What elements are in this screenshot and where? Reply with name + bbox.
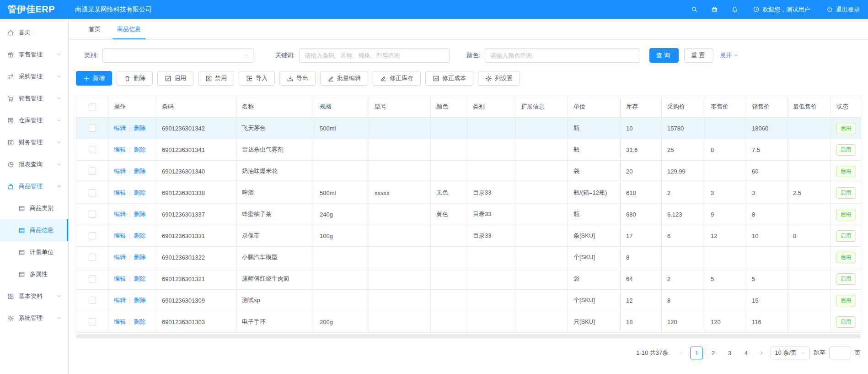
delete-link[interactable]: 删除 xyxy=(134,232,145,239)
cell-name: 奶油味爆米花 xyxy=(236,161,314,182)
sidebar-item-purchase[interactable]: 采购管理 xyxy=(0,65,68,87)
tab-goods-info[interactable]: 商品信息 xyxy=(109,19,149,39)
status-badge[interactable]: 启用 xyxy=(836,144,856,156)
row-checkbox[interactable] xyxy=(89,297,96,304)
select-all-checkbox[interactable] xyxy=(89,103,96,110)
row-checkbox[interactable] xyxy=(89,275,96,282)
logout-button[interactable]: 退出登录 xyxy=(826,5,860,14)
table-row: 编辑|删除 6901236301322 小鹏汽车模型 个[SKU] 8 启用 xyxy=(76,247,861,268)
row-checkbox[interactable] xyxy=(89,146,96,153)
next-page-button[interactable] xyxy=(756,347,767,359)
table-row: 编辑|删除 6901236301309 测试sp 个[SKU] 12 8 15 … xyxy=(76,290,861,311)
page-button-4[interactable]: 4 xyxy=(739,347,752,359)
cell-stock: 20 xyxy=(621,161,662,182)
goods-table: 操作 条码 名称 规格 型号 颜色 类别 扩展信息 单位 库存 采购价 零售价 xyxy=(76,96,861,338)
search-button[interactable]: 查询 xyxy=(649,48,679,63)
delete-link[interactable]: 删除 xyxy=(134,146,145,153)
status-badge[interactable]: 启用 xyxy=(836,166,856,177)
sidebar-item-multi-attribute[interactable]: 多属性 xyxy=(0,263,68,285)
sidebar-item-basic-data[interactable]: 基本资料 xyxy=(0,285,68,307)
status-badge[interactable]: 启用 xyxy=(836,230,856,242)
delete-link[interactable]: 删除 xyxy=(134,318,145,325)
sidebar-item-goods-category[interactable]: 商品类别 xyxy=(0,197,68,219)
sidebar-item-system[interactable]: 系统管理 xyxy=(0,307,68,329)
sidebar-item-sales[interactable]: 销售管理 xyxy=(0,87,68,109)
delete-link[interactable]: 删除 xyxy=(134,189,145,196)
sidebar-item-measure-unit[interactable]: 计量单位 xyxy=(0,241,68,263)
category-select[interactable] xyxy=(102,48,253,63)
sidebar-item-home[interactable]: 首页 xyxy=(0,22,68,43)
user-welcome[interactable]: 欢迎您，测试用户 xyxy=(753,5,810,14)
row-checkbox[interactable] xyxy=(89,318,96,325)
edit-link[interactable]: 编辑 xyxy=(114,318,126,325)
jump-page-input[interactable] xyxy=(829,347,851,359)
sidebar-item-reports[interactable]: 报表查询 xyxy=(0,153,68,175)
delete-link[interactable]: 删除 xyxy=(134,125,145,131)
edit-link[interactable]: 编辑 xyxy=(114,254,126,260)
delete-link[interactable]: 删除 xyxy=(134,297,145,304)
expand-link[interactable]: 展开 xyxy=(720,51,739,60)
sidebar-item-finance[interactable]: 财务管理 xyxy=(0,131,68,153)
status-badge[interactable]: 启用 xyxy=(836,273,856,285)
cell-ops: 编辑|删除 xyxy=(108,161,156,182)
delete-button[interactable]: 删除 xyxy=(117,71,153,86)
delete-link[interactable]: 删除 xyxy=(134,168,145,174)
page-button-1[interactable]: 1 xyxy=(690,347,703,359)
page-button-3[interactable]: 3 xyxy=(723,347,736,359)
status-badge[interactable]: 启用 xyxy=(836,187,856,199)
edit-link[interactable]: 编辑 xyxy=(114,146,126,153)
edit-link[interactable]: 编辑 xyxy=(114,189,126,196)
import-button[interactable]: 导入 xyxy=(239,71,275,86)
enable-button[interactable]: 启用 xyxy=(157,71,193,86)
status-badge[interactable]: 启用 xyxy=(836,252,856,263)
delete-link[interactable]: 删除 xyxy=(134,211,145,217)
column-settings-button[interactable]: 列设置 xyxy=(478,71,520,86)
platform-icon[interactable] xyxy=(704,6,724,13)
sidebar-item-goods-info[interactable]: 商品信息 xyxy=(0,219,68,241)
tab-home[interactable]: 首页 xyxy=(80,19,109,39)
sidebar-item-goods[interactable]: 商品管理 xyxy=(0,175,68,197)
fix-cost-button[interactable]: 修正成本 xyxy=(425,71,473,86)
edit-link[interactable]: 编辑 xyxy=(114,275,126,282)
delete-link[interactable]: 删除 xyxy=(134,275,145,282)
x-square-icon xyxy=(205,75,212,82)
delete-link[interactable]: 删除 xyxy=(134,254,145,260)
status-badge[interactable]: 启用 xyxy=(836,209,856,220)
status-badge[interactable]: 启用 xyxy=(836,123,856,134)
horizontal-scrollbar[interactable] xyxy=(76,334,861,338)
sidebar-item-retail[interactable]: 零售管理 xyxy=(0,43,68,65)
col-ops: 操作 xyxy=(108,96,156,118)
edit-link[interactable]: 编辑 xyxy=(114,232,126,239)
row-checkbox[interactable] xyxy=(89,125,96,132)
edit-link[interactable]: 编辑 xyxy=(114,211,126,217)
edit-link[interactable]: 编辑 xyxy=(114,297,126,304)
fix-stock-button[interactable]: 修正库存 xyxy=(373,71,421,86)
status-badge[interactable]: 启用 xyxy=(836,295,856,306)
row-checkbox[interactable] xyxy=(89,168,96,175)
cell-spec xyxy=(314,247,369,268)
notification-bell-icon[interactable] xyxy=(724,6,745,13)
page-button-2[interactable]: 2 xyxy=(707,347,719,359)
edit-link[interactable]: 编辑 xyxy=(114,125,126,131)
sidebar-item-warehouse[interactable]: 仓库管理 xyxy=(0,109,68,131)
disable-button[interactable]: 禁用 xyxy=(198,71,234,86)
cell-stock: 64 xyxy=(621,268,662,290)
status-badge[interactable]: 启用 xyxy=(836,316,856,328)
row-checkbox[interactable] xyxy=(89,189,96,196)
color-input[interactable] xyxy=(485,48,640,63)
trash-icon xyxy=(124,75,131,82)
edit-link[interactable]: 编辑 xyxy=(114,168,126,174)
keyword-input[interactable] xyxy=(299,48,450,63)
prev-page-button[interactable] xyxy=(675,347,686,359)
search-icon[interactable] xyxy=(684,6,704,13)
cell-model xyxy=(369,290,431,311)
add-button[interactable]: 新增 xyxy=(76,71,112,86)
export-button[interactable]: 导出 xyxy=(279,71,316,86)
reset-button[interactable]: 重置 xyxy=(684,48,713,63)
page-size-select[interactable]: 10 条/页 xyxy=(771,347,810,359)
batch-edit-button[interactable]: 批量编辑 xyxy=(320,71,368,86)
row-checkbox[interactable] xyxy=(89,254,96,261)
col-sale-price: 销售价 xyxy=(746,96,788,118)
row-checkbox[interactable] xyxy=(89,211,96,218)
row-checkbox[interactable] xyxy=(89,232,96,239)
